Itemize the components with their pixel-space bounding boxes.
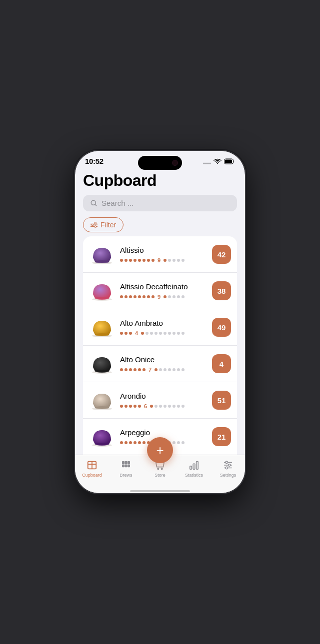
coffee-name: Arondio — [120, 392, 212, 401]
coffee-capsule — [89, 278, 115, 304]
count-badge[interactable]: 42 — [212, 245, 231, 264]
svg-point-47 — [226, 461, 228, 464]
dot-empty — [154, 332, 158, 335]
dot-filled — [147, 295, 150, 298]
coffee-capsule — [89, 387, 115, 413]
dot-filled — [152, 259, 154, 262]
dot-filled — [142, 368, 146, 371]
svg-rect-38 — [128, 465, 130, 467]
coffee-item[interactable]: Altissio 9 42 — [83, 236, 237, 273]
capsule-image — [90, 353, 114, 374]
filter-button[interactable]: Filter — [83, 217, 124, 232]
tab-item-brews[interactable]: Brews — [109, 459, 143, 478]
dot-empty — [172, 259, 176, 262]
intensity-dots: 9 — [120, 294, 212, 300]
coffee-info: Altissio 9 — [115, 246, 212, 263]
dot-filled — [120, 368, 123, 371]
dot-empty — [168, 368, 171, 371]
coffee-item[interactable]: Alto Ambrato 4 49 — [83, 309, 237, 346]
count-badge[interactable]: 38 — [212, 281, 231, 300]
dot-filled — [124, 332, 128, 335]
coffee-info: Altissio Decaffeinato 9 — [115, 282, 212, 300]
svg-point-7 — [92, 224, 94, 226]
content-area[interactable]: Cupboard Search ... — [75, 167, 245, 455]
coffee-capsule — [89, 424, 115, 450]
coffee-name: Altissio — [120, 246, 212, 255]
dot-filled — [164, 295, 166, 298]
dot-empty — [177, 332, 180, 335]
count-badge[interactable]: 4 — [212, 354, 231, 373]
dot-filled — [150, 405, 153, 408]
svg-rect-5 — [225, 159, 232, 163]
svg-point-1 — [206, 162, 207, 164]
svg-point-17 — [95, 260, 109, 263]
dot-empty — [177, 259, 180, 262]
tab-label-statistics: Statistics — [185, 473, 203, 478]
coffee-name: Arpeggio — [120, 428, 212, 437]
capsule-image — [90, 280, 114, 301]
svg-point-39 — [158, 468, 159, 470]
dot-empty — [172, 332, 176, 335]
svg-rect-36 — [122, 465, 124, 467]
search-placeholder: Search ... — [102, 199, 134, 207]
count-badge[interactable]: 49 — [212, 318, 231, 337]
home-bar — [130, 490, 190, 492]
coffee-item[interactable]: Alto Onice 7 4 — [83, 346, 237, 382]
tab-item-cupboard[interactable]: Cupboard — [75, 459, 109, 478]
count-badge[interactable]: 51 — [212, 391, 231, 410]
dot-filled — [142, 441, 146, 444]
coffee-info: Alto Ambrato 4 — [115, 319, 212, 336]
phone-screen: 10:52 — [75, 151, 245, 493]
svg-rect-33 — [122, 462, 124, 464]
coffee-item[interactable]: Arondio 6 51 — [83, 382, 237, 419]
dot-empty — [146, 332, 148, 335]
intensity-dots: 4 — [120, 330, 212, 336]
svg-point-3 — [210, 162, 211, 164]
dot-empty — [168, 405, 171, 408]
phone-inner: Cupboard Search ... — [75, 167, 245, 493]
svg-rect-34 — [125, 462, 127, 464]
fab-plus-icon: + — [156, 444, 164, 457]
dot-filled — [124, 405, 128, 408]
coffee-item[interactable]: Altissio Decaffeinato 9 38 — [83, 273, 237, 309]
dot-empty — [164, 368, 166, 371]
dot-filled — [124, 368, 128, 371]
dot-empty — [177, 368, 180, 371]
status-time: 10:52 — [85, 157, 104, 165]
dot-empty — [159, 332, 162, 335]
dot-filled — [120, 441, 123, 444]
dot-filled — [120, 332, 123, 335]
tab-item-settings[interactable]: Settings — [211, 459, 245, 478]
brews-tab-icon — [120, 459, 132, 471]
count-badge[interactable]: 21 — [212, 427, 231, 446]
dot-empty — [168, 259, 171, 262]
cupboard-tab-icon — [86, 459, 98, 471]
coffee-name: Alto Onice — [120, 355, 212, 364]
status-icons — [203, 158, 235, 164]
dot-filled — [124, 259, 128, 262]
dot-filled — [129, 259, 132, 262]
settings-tab-icon — [222, 459, 234, 471]
dot-filled — [138, 368, 141, 371]
tab-label-store: Store — [154, 473, 166, 478]
dot-empty — [182, 295, 184, 298]
coffee-name: Altissio Decaffeinato — [120, 282, 212, 291]
dot-empty — [159, 405, 162, 408]
svg-point-19 — [95, 297, 109, 300]
filter-icon — [90, 221, 98, 228]
dot-filled — [138, 259, 141, 262]
fab-add-button[interactable]: + — [147, 437, 173, 463]
search-bar[interactable]: Search ... — [83, 195, 237, 211]
dot-empty — [182, 441, 184, 444]
svg-point-2 — [208, 162, 209, 164]
tab-label-cupboard: Cupboard — [82, 473, 102, 478]
dot-empty — [182, 405, 184, 408]
tab-item-statistics[interactable]: Statistics — [177, 459, 211, 478]
svg-point-9 — [94, 226, 96, 228]
svg-rect-42 — [193, 464, 195, 469]
dot-filled — [138, 405, 141, 408]
dot-empty — [172, 295, 176, 298]
dot-filled — [129, 405, 132, 408]
svg-point-25 — [95, 406, 109, 409]
coffee-info: Arondio 6 — [115, 392, 212, 409]
